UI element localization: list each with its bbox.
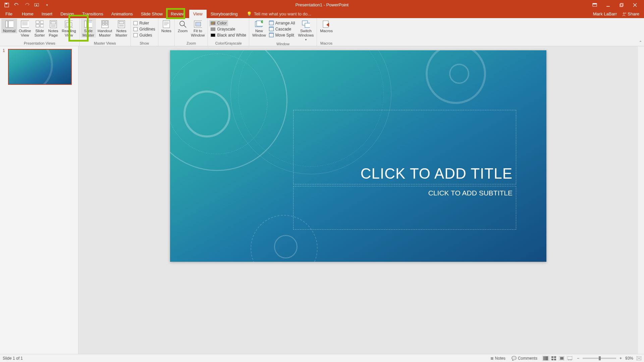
tab-slideshow[interactable]: Slide Show — [137, 10, 167, 18]
macros-button[interactable]: Macros — [318, 19, 334, 33]
title-placeholder[interactable]: CLICK TO ADD TITLE — [293, 110, 516, 184]
group-zoom: Zoom Fit to Window Zoom — [175, 18, 208, 46]
tab-design[interactable]: Design — [56, 10, 78, 18]
redo-icon[interactable] — [24, 2, 30, 8]
slideshow-from-start-icon[interactable] — [34, 2, 40, 8]
fit-to-window-button[interactable]: Fit to Window — [189, 19, 206, 38]
reading-view-button[interactable]: Reading View — [60, 19, 78, 38]
minimize-icon[interactable] — [605, 2, 611, 8]
arrange-all-button[interactable]: Arrange All — [268, 20, 297, 26]
svg-rect-17 — [36, 24, 39, 27]
notes-page-button[interactable]: Notes Page — [47, 19, 60, 38]
collapse-ribbon-icon[interactable]: ⌃ — [639, 40, 642, 45]
color-button[interactable]: Color — [209, 20, 228, 26]
signed-in-user[interactable]: Mark LaBarr — [593, 11, 617, 16]
slide-master-button[interactable]: Slide Master — [81, 19, 96, 38]
svg-rect-4 — [593, 3, 597, 4]
black-white-button[interactable]: Black and White — [209, 32, 248, 38]
group-show: Ruler Gridlines Guides Show — [131, 18, 158, 46]
ribbon-display-icon[interactable] — [592, 2, 598, 8]
zoom-slider[interactable] — [583, 358, 616, 359]
tab-home[interactable]: Home — [18, 10, 38, 18]
group-label-presentation-views: Presentation Views — [1, 41, 78, 46]
undo-icon[interactable] — [14, 2, 19, 8]
group-window: + New Window Arrange All Cascade Move Sp… — [249, 18, 317, 46]
slide-sorter-status-icon[interactable] — [550, 356, 557, 361]
share-button[interactable]: Share — [622, 11, 639, 16]
ruler-checkbox[interactable]: Ruler — [132, 20, 151, 26]
tell-me-search[interactable]: 💡 Tell me what you want to do... — [247, 10, 311, 18]
svg-rect-36 — [163, 20, 170, 28]
cascade-button[interactable]: Cascade — [268, 26, 297, 32]
zoom-button[interactable]: Zoom — [176, 19, 189, 33]
normal-view-button[interactable]: Normal — [1, 19, 17, 33]
slide-thumbnail-pane[interactable]: 1 — [0, 46, 78, 354]
comments-status-button[interactable]: 💬 Comments — [510, 356, 539, 361]
notes-button[interactable]: Notes — [160, 19, 173, 33]
outline-view-button[interactable]: Outline View — [17, 19, 33, 38]
guides-checkbox[interactable]: Guides — [132, 32, 154, 38]
slide-thumbnail-1[interactable]: 1 — [3, 49, 75, 85]
window-title: Presentation1 - PowerPoint — [296, 2, 348, 7]
slide-master-icon — [84, 20, 92, 28]
subtitle-placeholder[interactable]: CLICK TO ADD SUBTITLE — [293, 186, 516, 230]
grayscale-button[interactable]: Grayscale — [209, 26, 236, 32]
svg-rect-18 — [40, 24, 44, 27]
notes-master-button[interactable]: Notes Master — [114, 19, 129, 38]
group-label-master-views: Master Views — [81, 41, 129, 46]
svg-rect-55 — [551, 359, 553, 360]
svg-rect-6 — [620, 4, 623, 7]
gridlines-checkbox[interactable]: Gridlines — [132, 26, 157, 32]
group-label-window: Window — [251, 42, 315, 47]
zoom-icon — [179, 20, 187, 28]
slide-canvas-area[interactable]: CLICK TO ADD TITLE CLICK TO ADD SUBTITLE — [78, 46, 638, 354]
svg-rect-16 — [40, 21, 44, 23]
zoom-percent[interactable]: 93% — [625, 356, 633, 361]
tab-animations[interactable]: Animations — [107, 10, 137, 18]
svg-rect-33 — [119, 21, 124, 24]
qat-dropdown-icon[interactable]: ▾ — [44, 2, 50, 8]
svg-rect-28 — [102, 21, 105, 23]
slide-count-status[interactable]: Slide 1 of 1 — [3, 356, 23, 361]
group-label-color-grayscale: Color/Grayscale — [209, 41, 248, 46]
normal-view-icon — [5, 20, 13, 28]
svg-rect-53 — [551, 356, 553, 358]
fit-to-window-status-icon[interactable] — [637, 356, 641, 360]
new-window-button[interactable]: + New Window — [251, 19, 268, 38]
tab-storyboarding[interactable]: Storyboarding — [207, 10, 242, 18]
handout-master-button[interactable]: Handout Master — [96, 19, 114, 38]
tab-insert[interactable]: Insert — [38, 10, 57, 18]
tell-me-placeholder: Tell me what you want to do... — [254, 11, 311, 16]
group-notes: Notes — [158, 18, 175, 46]
switch-windows-button[interactable]: Switch Windows▾ — [297, 19, 316, 42]
close-icon[interactable] — [632, 2, 638, 8]
arrange-all-icon — [269, 21, 274, 25]
thumbnail-number: 1 — [3, 48, 5, 53]
reading-view-status-icon[interactable] — [558, 356, 566, 361]
restore-icon[interactable] — [619, 2, 625, 8]
slide-canvas[interactable]: CLICK TO ADD TITLE CLICK TO ADD SUBTITLE — [170, 50, 546, 262]
svg-line-41 — [184, 25, 186, 27]
tab-review[interactable]: Review — [167, 10, 189, 18]
zoom-in-button[interactable]: + — [620, 356, 622, 361]
normal-view-status-icon[interactable] — [542, 356, 549, 361]
svg-rect-43 — [196, 22, 201, 26]
zoom-out-button[interactable]: − — [577, 356, 579, 361]
notes-status-button[interactable]: ≣ Notes — [489, 356, 507, 361]
save-icon[interactable] — [4, 2, 9, 8]
view-mode-buttons — [542, 356, 574, 361]
slideshow-status-icon[interactable] — [566, 356, 574, 361]
tab-view[interactable]: View — [189, 10, 207, 18]
zoom-slider-knob[interactable] — [599, 356, 601, 360]
decorative-circle — [183, 90, 230, 137]
tab-file[interactable]: File — [0, 10, 18, 18]
switch-windows-icon — [302, 20, 310, 28]
slide-sorter-icon — [36, 20, 44, 28]
bw-swatch-icon — [211, 34, 215, 37]
move-split-button[interactable]: Move Split — [268, 32, 297, 38]
status-bar: Slide 1 of 1 ≣ Notes 💬 Comments − + 93% — [0, 354, 644, 362]
vertical-scrollbar[interactable] — [638, 46, 644, 354]
ribbon-tabs: File Home Insert Design Transitions Anim… — [0, 10, 644, 18]
tab-transitions[interactable]: Transitions — [78, 10, 107, 18]
slide-sorter-button[interactable]: Slide Sorter — [33, 19, 47, 38]
